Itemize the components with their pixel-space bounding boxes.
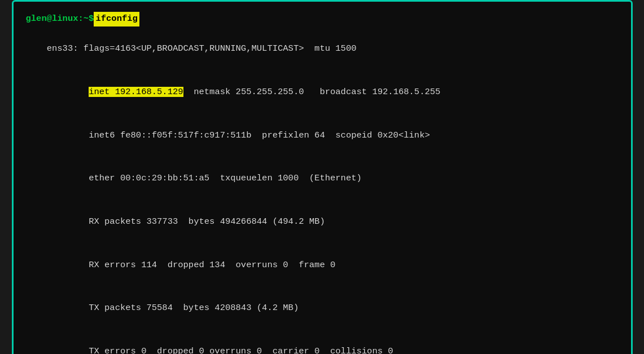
ens33-line1: ens33: flags=4163<UP,BROADCAST,RUNNING,M…	[47, 43, 357, 54]
prompt-user: glen@linux:~$	[26, 12, 94, 26]
ens33-line4: ether 00:0c:29:bb:51:a5 txqueuelen 1000 …	[47, 173, 362, 183]
ens33-line3: inet6 fe80::f05f:517f:c917:511b prefixle…	[47, 130, 430, 140]
ens33-inet-highlight: inet 192.168.5.129	[89, 87, 183, 97]
ens33-line8: TX errors 0 dropped 0 overruns 0 carrier…	[47, 346, 393, 354]
ens33-output: ens33: flags=4163<UP,BROADCAST,RUNNING,M…	[26, 28, 619, 354]
ens33-line2-prefix	[47, 87, 89, 97]
ens33-line7: TX packets 75584 bytes 4208843 (4.2 MB)	[47, 303, 299, 313]
ens33-line6: RX errors 114 dropped 134 overruns 0 fra…	[47, 260, 336, 270]
ens33-line5: RX packets 337733 bytes 494266844 (494.2…	[47, 216, 325, 227]
ens33-line2-suffix: netmask 255.255.255.0 broadcast 192.168.…	[183, 87, 441, 97]
prompt-command: ifconfig	[94, 12, 139, 26]
prompt-line: glen@linux:~$ ifconfig	[26, 12, 619, 26]
terminal-window: glen@linux:~$ ifconfig ens33: flags=4163…	[12, 0, 633, 354]
